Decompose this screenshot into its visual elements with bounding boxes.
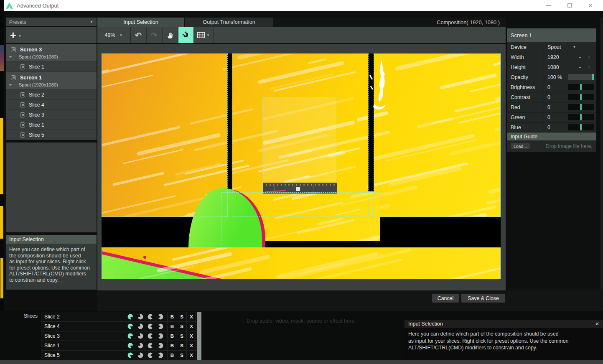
slice-enabled-checkbox[interactable]: [20, 112, 25, 117]
property-value-cell[interactable]: Spout▼: [544, 42, 596, 52]
red-slider[interactable]: [568, 104, 594, 110]
zoom-level-dropdown[interactable]: 49% ▼: [97, 27, 131, 43]
slider-handle[interactable]: [580, 124, 582, 130]
slice-outline-column-1[interactable]: [102, 53, 228, 217]
property-value-cell[interactable]: 0: [544, 92, 596, 102]
opacity-slider[interactable]: [568, 74, 594, 80]
add-screen-button[interactable]: +: [10, 31, 16, 39]
add-screen-chevron-icon[interactable]: ▼: [18, 34, 22, 38]
slice-mask-icon[interactable]: [157, 323, 164, 330]
screen-enabled-checkbox[interactable]: [11, 47, 16, 52]
bypass-button[interactable]: B: [167, 322, 177, 331]
slice-outline-column-3[interactable]: [374, 53, 501, 217]
property-value-cell[interactable]: 1920-+: [544, 52, 596, 62]
expander-triangle-icon[interactable]: [9, 84, 12, 86]
delete-slice-button[interactable]: X: [186, 312, 196, 321]
chevron-down-icon[interactable]: ▼: [572, 45, 576, 49]
slice-tree-item[interactable]: Slice 1: [6, 62, 97, 72]
redo-button[interactable]: ↷: [147, 27, 163, 43]
property-value-cell[interactable]: 0: [544, 102, 596, 112]
slice-outline-edge[interactable]: [373, 192, 374, 217]
input-selection-canvas[interactable]: [97, 44, 506, 290]
slice-list-row[interactable]: Slice 4BSX: [41, 322, 196, 331]
slice-mask-icon[interactable]: [147, 333, 154, 339]
slice-mask-icon[interactable]: [147, 352, 154, 359]
tab-output-transformation[interactable]: Output Transformation: [185, 18, 273, 27]
slice-outline-edge[interactable]: [233, 192, 233, 217]
slice-outline-edge[interactable]: [228, 192, 228, 217]
slice-mask-icon[interactable]: [127, 323, 134, 330]
slice-outline-bottom[interactable]: [102, 247, 501, 279]
brightness-slider[interactable]: [568, 84, 594, 90]
delete-slice-button[interactable]: X: [186, 341, 196, 350]
solo-button[interactable]: S: [177, 341, 186, 350]
slice-mask-icon[interactable]: [127, 352, 134, 359]
slice-mask-icon[interactable]: [147, 323, 154, 330]
delete-slice-button[interactable]: X: [186, 331, 196, 341]
increment-button[interactable]: +: [588, 54, 590, 60]
slice-tree-item[interactable]: Slice 3: [6, 110, 97, 120]
slice-mask-icon[interactable]: [157, 313, 164, 320]
solo-button[interactable]: S: [177, 331, 186, 341]
screen-tree-item[interactable]: Screen 3Spout (1920x1080): [6, 44, 97, 62]
slice-mask-icon[interactable]: [137, 333, 144, 339]
slider-handle[interactable]: [580, 84, 582, 90]
slice-outline-center[interactable]: [262, 97, 336, 193]
slice-list-row[interactable]: Slice 1BSX: [41, 341, 196, 351]
slice-outline-widescreen[interactable]: [221, 192, 380, 241]
bypass-button[interactable]: B: [167, 351, 177, 360]
slice-mask-icon[interactable]: [137, 352, 144, 359]
slice-enabled-checkbox[interactable]: [20, 102, 25, 107]
green-slider[interactable]: [568, 114, 594, 120]
slice-mask-icon[interactable]: [157, 352, 164, 359]
slice-list-row[interactable]: Slice 2BSX: [41, 312, 196, 322]
bypass-button[interactable]: B: [167, 312, 177, 321]
pan-tool-button[interactable]: [163, 27, 178, 43]
slice-tree-item[interactable]: Slice 2: [6, 90, 97, 100]
save-close-button[interactable]: Save & Close: [461, 294, 505, 303]
slice-mask-icon[interactable]: [137, 323, 144, 330]
minimize-button[interactable]: [539, 0, 558, 11]
screen-tree-item[interactable]: Screen 1Spout (1920x1080): [6, 72, 97, 90]
solo-button[interactable]: S: [177, 351, 186, 360]
property-value-cell[interactable]: 100 %: [544, 72, 596, 82]
undo-button[interactable]: ↶: [131, 27, 147, 43]
slice-mask-icon[interactable]: [127, 333, 134, 339]
contrast-slider[interactable]: [568, 94, 594, 100]
slider-handle[interactable]: [580, 104, 582, 110]
slider-handle[interactable]: [580, 94, 582, 100]
tab-input-selection[interactable]: Input Selection: [97, 18, 184, 27]
slice-enabled-checkbox[interactable]: [20, 132, 25, 137]
slice-mask-icon[interactable]: [137, 342, 144, 349]
window-resize-edge[interactable]: [0, 360, 603, 364]
decrement-button[interactable]: -: [579, 54, 581, 60]
property-value-cell[interactable]: 0: [544, 112, 596, 122]
delete-slice-button[interactable]: X: [186, 351, 196, 360]
slice-mask-icon[interactable]: [157, 342, 164, 349]
slice-enabled-checkbox[interactable]: [20, 122, 25, 127]
screen-enabled-checkbox[interactable]: [11, 75, 16, 80]
property-value-cell[interactable]: 0: [544, 122, 596, 132]
increment-button[interactable]: +: [588, 64, 590, 70]
slice-tree-item[interactable]: Slice 1: [6, 120, 97, 130]
property-value-cell[interactable]: 0: [544, 82, 596, 92]
slice-mask-icon[interactable]: [147, 342, 154, 349]
slice-mask-icon[interactable]: [127, 313, 134, 320]
bypass-button[interactable]: B: [167, 341, 177, 350]
slider-handle[interactable]: [592, 74, 594, 80]
snap-tool-button[interactable]: [178, 27, 194, 43]
slice-tree-item[interactable]: Slice 4: [6, 100, 97, 110]
slice-list-row[interactable]: Slice 3BSX: [41, 331, 196, 341]
presets-dropdown[interactable]: Presets ▼: [6, 18, 97, 26]
load-image-button[interactable]: Load...: [511, 143, 530, 149]
property-value-cell[interactable]: 1080-+: [544, 62, 596, 72]
cancel-button[interactable]: Cancel: [432, 294, 459, 303]
slider-handle[interactable]: [580, 114, 582, 120]
slice-mask-icon[interactable]: [137, 313, 144, 320]
maximize-button[interactable]: [560, 0, 579, 11]
solo-button[interactable]: S: [177, 322, 186, 331]
tooltip-close-icon[interactable]: ✕: [595, 321, 599, 327]
right-scrollbar[interactable]: [600, 18, 603, 310]
slice-enabled-checkbox[interactable]: [20, 92, 25, 97]
delete-slice-button[interactable]: X: [186, 322, 196, 331]
